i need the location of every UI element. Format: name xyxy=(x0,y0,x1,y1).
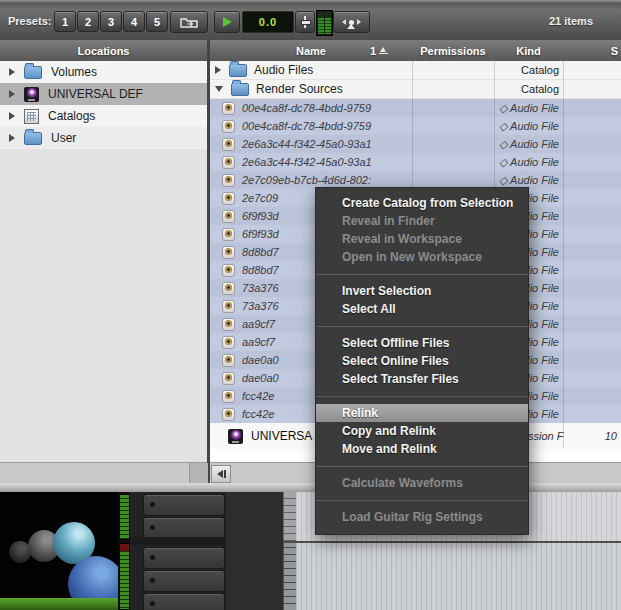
preset-button-2[interactable]: 2 xyxy=(77,11,99,32)
load-guitar-rig-settings-menu-item: Load Guitar Rig Settings xyxy=(316,508,528,526)
presets-label: Presets: xyxy=(8,15,51,27)
copy-and-relink-menu-item[interactable]: Copy and Relink xyxy=(316,422,528,440)
folder-name: Render Sources xyxy=(256,82,343,96)
kind-cell: ◇ Audio File xyxy=(494,138,559,151)
timeline-track-boundary xyxy=(283,541,621,543)
preview-play-button[interactable] xyxy=(214,11,240,33)
file-row[interactable]: 00e4ca8f-dc78-4bdd-9759◇ Audio File xyxy=(210,117,621,135)
location-label: Volumes xyxy=(51,65,97,79)
column-divider[interactable] xyxy=(563,61,564,447)
sort-indicator[interactable]: 1 xyxy=(370,40,388,61)
meter-bar xyxy=(119,494,130,540)
disclosure-triangle-icon[interactable] xyxy=(9,134,15,142)
drive-icon xyxy=(24,87,39,102)
arrow-right-icon xyxy=(357,19,361,25)
new-folder-button[interactable] xyxy=(170,11,208,33)
move-and-relink-menu-item[interactable]: Move and Relink xyxy=(316,440,528,458)
column-header-size[interactable]: S xyxy=(563,40,620,61)
volume-name: UNIVERSA xyxy=(251,429,312,443)
audio-file-icon xyxy=(222,174,235,187)
file-name: 2e6a3c44-f342-45a0-93a1 xyxy=(242,138,372,150)
file-row[interactable]: 2e6a3c44-f342-45a0-93a1◇ Audio File xyxy=(210,135,621,153)
browser-link-button[interactable] xyxy=(333,11,370,33)
disclosure-triangle-icon[interactable] xyxy=(9,112,15,120)
select-online-files-menu-item[interactable]: Select Online Files xyxy=(316,352,528,370)
preview-volume-display[interactable]: 0.0 xyxy=(242,11,294,33)
kind-cell: Catalog xyxy=(494,64,559,76)
workspace-screen: Presets: 12345 0.0 21 items Locations Na… xyxy=(0,0,621,610)
preset-button-5[interactable]: 5 xyxy=(146,11,168,32)
audio-file-icon xyxy=(222,372,235,385)
menu-separator xyxy=(316,492,528,508)
locations-title: Locations xyxy=(78,45,130,57)
kind-cell: ◇ Audio File xyxy=(494,174,559,187)
disclosure-triangle-icon[interactable] xyxy=(9,90,15,98)
play-icon xyxy=(223,17,232,27)
track-row[interactable] xyxy=(143,494,225,516)
folder-row-render-sources[interactable]: Render SourcesCatalog xyxy=(210,80,621,99)
menu-separator xyxy=(316,318,528,334)
invert-selection-menu-item[interactable]: Invert Selection xyxy=(316,282,528,300)
audio-file-icon xyxy=(222,390,235,403)
file-name: fcc42e xyxy=(242,390,274,402)
menu-separator xyxy=(316,266,528,282)
scroll-left-button[interactable] xyxy=(211,465,231,483)
file-name: aa9cf7 xyxy=(242,318,275,330)
audio-file-icon xyxy=(222,264,235,277)
locations-scrollbar[interactable] xyxy=(0,462,207,484)
track-controls-area xyxy=(226,492,283,610)
audio-file-icon xyxy=(222,210,235,223)
disclosure-triangle-icon[interactable] xyxy=(215,66,221,74)
select-all-menu-item[interactable]: Select All xyxy=(316,300,528,318)
sort-order-number: 1 xyxy=(370,45,376,57)
sort-ascending-icon xyxy=(379,47,388,55)
file-name: 8d8bd7 xyxy=(242,264,279,276)
file-name: aa9cf7 xyxy=(242,336,275,348)
location-label: Catalogs xyxy=(48,109,95,123)
track-list xyxy=(130,492,226,610)
track-row[interactable] xyxy=(143,570,225,592)
column-header-permissions[interactable]: Permissions xyxy=(412,40,494,61)
file-row[interactable]: 2e6a3c44-f342-45a0-93a1◇ Audio File xyxy=(210,153,621,171)
preset-button-3[interactable]: 3 xyxy=(100,11,122,32)
column-header-kind[interactable]: Kind xyxy=(494,40,563,61)
select-offline-files-menu-item[interactable]: Select Offline Files xyxy=(316,334,528,352)
audio-file-icon xyxy=(222,156,235,169)
sidebar-item-volumes[interactable]: Volumes xyxy=(0,61,207,83)
track-row[interactable] xyxy=(143,547,225,569)
file-name: 6f9f93d xyxy=(242,228,279,240)
disclosure-triangle-icon[interactable] xyxy=(215,86,223,92)
folder-name: Audio Files xyxy=(254,63,313,77)
sidebar-item-user[interactable]: User xyxy=(0,127,207,149)
audio-file-icon xyxy=(222,318,235,331)
locations-header: Locations xyxy=(0,40,207,62)
file-name: 6f9f93d xyxy=(242,210,279,222)
track-row[interactable] xyxy=(143,517,225,539)
disclosure-triangle-icon[interactable] xyxy=(9,68,15,76)
file-name: 00e4ca8f-dc78-4bdd-9759 xyxy=(242,120,371,132)
preset-button-1[interactable]: 1 xyxy=(54,11,76,32)
menu-separator xyxy=(316,388,528,404)
file-name: 2e7c09 xyxy=(242,192,278,204)
file-row[interactable]: 00e4ca8f-dc78-4bdd-9759◇ Audio File xyxy=(210,99,621,117)
file-name: 2e6a3c44-f342-45a0-93a1 xyxy=(242,156,372,168)
volume-fader-button[interactable] xyxy=(295,11,315,33)
menu-separator xyxy=(316,458,528,474)
kind-cell: ◇ Audio File xyxy=(494,156,559,169)
folder-row-audio-files[interactable]: Audio FilesCatalog xyxy=(210,61,621,80)
audio-file-icon xyxy=(222,246,235,259)
sidebar-item-universal-def[interactable]: UNIVERSAL DEF xyxy=(0,83,207,105)
drive-icon xyxy=(228,429,243,444)
folder-icon xyxy=(24,132,42,145)
select-transfer-files-menu-item[interactable]: Select Transfer Files xyxy=(316,370,528,388)
preset-buttons: 12345 xyxy=(54,11,168,32)
file-name: 2e7c09eb-b7cb-4d6d-802: xyxy=(242,174,371,186)
relink-menu-item[interactable]: Relink xyxy=(316,404,528,422)
reveal-in-finder-menu-item: Reveal in Finder xyxy=(316,212,528,230)
preset-button-4[interactable]: 4 xyxy=(123,11,145,32)
folder-arrow-icon xyxy=(180,16,198,28)
create-catalog-from-selection-menu-item[interactable]: Create Catalog from Selection xyxy=(316,194,528,212)
track-row[interactable] xyxy=(143,593,225,610)
sidebar-item-catalogs[interactable]: Catalogs xyxy=(0,105,207,127)
scroll-left-icon xyxy=(217,470,223,478)
